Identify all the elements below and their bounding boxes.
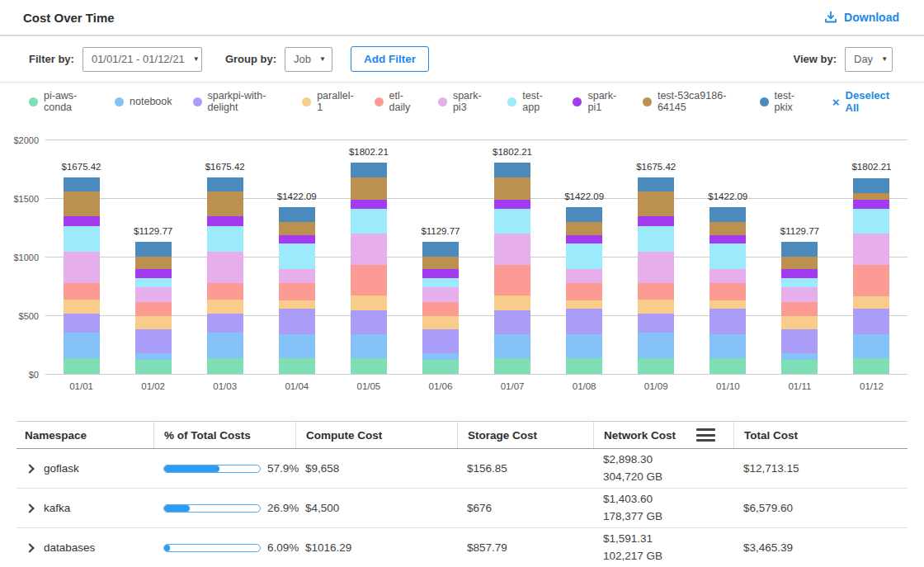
- bar-segment-test-pkix: [781, 242, 818, 257]
- bar-segment-sparkpi-with-delight: [710, 309, 746, 334]
- bar-segment-pi-aws-conda: [135, 360, 172, 374]
- total-cost-cell: $12,713.15: [733, 462, 908, 475]
- group-by-value: Job: [294, 53, 311, 65]
- stacked-bar-01/07: [494, 163, 530, 374]
- bar-segment-spark-pi1: [781, 269, 818, 278]
- filter-by-label: Filter by:: [29, 53, 74, 65]
- chevron-right-icon[interactable]: [25, 464, 34, 473]
- x-tick-label: 01/03: [213, 381, 237, 391]
- bar-segment-notebook: [422, 353, 459, 360]
- bar-segment-spark-pi1: [135, 269, 172, 278]
- legend-item-pi-aws-conda[interactable]: pi-aws-conda: [29, 90, 94, 113]
- cost-over-time-panel: Cost Over Time Download Filter by: 01/01…: [0, 0, 924, 567]
- total-cost-cell: $6,579.60: [733, 502, 908, 514]
- bar-total-label: $1129.77: [134, 226, 172, 236]
- legend-item-test-app[interactable]: test-app: [507, 90, 552, 113]
- legend-item-test-53ca9186-64145[interactable]: test-53ca9186-64145: [643, 90, 739, 113]
- bar-segment-spark-pi3: [64, 252, 100, 283]
- legend-label: parallel-1: [317, 90, 353, 113]
- bar-segment-etl-daily: [64, 283, 100, 300]
- chart-x-axis: 01/0101/0201/0301/0401/0501/0601/0701/08…: [45, 375, 908, 396]
- column-menu-icon[interactable]: [696, 428, 715, 442]
- bar-segment-notebook: [566, 334, 602, 358]
- bar-segment-test-app: [135, 278, 172, 287]
- x-tick-label: 01/12: [860, 381, 884, 391]
- legend-item-sparkpi-with-delight[interactable]: sparkpi-with-delight: [193, 90, 282, 113]
- chart-legend: pi-aws-conda notebook sparkpi-with-delig…: [0, 83, 924, 120]
- stacked-bar-01/10: [710, 207, 746, 374]
- bar-segment-test-pkix: [64, 177, 100, 191]
- bar-segment-spark-pi1: [279, 235, 315, 243]
- table-row-goflask[interactable]: goflask 57.9% $9,658 $156.85 $2,898.30 3…: [16, 449, 908, 489]
- legend-item-test-pkix[interactable]: test-pkix: [760, 90, 805, 113]
- x-tick-label: 01/05: [356, 381, 380, 391]
- bar-segment-test-app: [710, 243, 746, 269]
- bar-segment-sparkpi-with-delight: [64, 314, 100, 332]
- bar-segment-parallel-1: [494, 295, 530, 310]
- bar-total-label: $1129.77: [780, 226, 819, 236]
- bar-segment-test-53ca9186-64145: [422, 257, 459, 269]
- bar-segment-spark-pi3: [781, 287, 818, 302]
- bar-segment-test-app: [566, 243, 602, 269]
- bar-segment-pi-aws-conda: [494, 358, 530, 374]
- bar-segment-notebook: [781, 353, 818, 360]
- network-cost-value: $2,898.30: [603, 451, 724, 469]
- bar-segment-test-pkix: [710, 207, 746, 222]
- chevron-down-icon: ▼: [193, 55, 200, 63]
- date-range-dropdown[interactable]: 01/01/21 - 01/12/21 ▼: [82, 47, 202, 72]
- legend-label: spark-pi3: [453, 90, 487, 113]
- network-gb-value: 102,217 GB: [603, 548, 724, 565]
- legend-item-parallel-1[interactable]: parallel-1: [302, 90, 353, 113]
- column-header-compute: Compute Cost: [295, 422, 457, 448]
- bar-segment-notebook: [207, 333, 243, 358]
- bar-segment-parallel-1: [207, 300, 243, 314]
- table-row-kafka[interactable]: kafka 26.9% $4,500 $676 $1,403.60 178,37…: [16, 489, 908, 528]
- download-button[interactable]: Download: [824, 11, 899, 24]
- bar-segment-sparkpi-with-delight: [351, 310, 387, 334]
- bar-segment-test-app: [422, 278, 459, 287]
- legend-swatch: [573, 97, 582, 106]
- percent-cell: 57.9%: [153, 462, 295, 475]
- bar-segment-pi-aws-conda: [64, 358, 100, 374]
- namespace-label: databases: [44, 541, 95, 554]
- bar-segment-pi-aws-conda: [710, 358, 746, 374]
- percent-cell: 6.09%: [153, 541, 295, 554]
- stacked-bar-01/04: [279, 207, 315, 374]
- bar-segment-notebook: [853, 334, 889, 358]
- chevron-right-icon[interactable]: [25, 543, 34, 552]
- bar-segment-test-pkix: [494, 163, 530, 177]
- bar-segment-test-53ca9186-64145: [64, 191, 100, 215]
- legend-item-etl-daily[interactable]: etl-daily: [375, 90, 417, 113]
- group-by-dropdown[interactable]: Job ▼: [285, 47, 332, 72]
- legend-item-spark-pi3[interactable]: spark-pi3: [438, 90, 487, 113]
- legend-item-spark-pi1[interactable]: spark-pi1: [573, 90, 621, 113]
- bar-segment-etl-daily: [710, 283, 746, 300]
- bar-segment-notebook: [351, 334, 387, 358]
- x-tick-label: 01/09: [644, 381, 668, 391]
- bar-segment-test-53ca9186-64145: [351, 177, 387, 200]
- bar-segment-parallel-1: [135, 316, 172, 329]
- gridline: [45, 315, 908, 316]
- view-by-dropdown[interactable]: Day ▼: [845, 47, 893, 72]
- network-cost-cell: $2,898.30 304,720 GB: [593, 451, 733, 486]
- bar-segment-pi-aws-conda: [207, 358, 243, 374]
- deselect-all-button[interactable]: × Deselect All: [832, 89, 895, 114]
- legend-swatch: [375, 97, 384, 106]
- chevron-right-icon[interactable]: [25, 503, 34, 513]
- bar-total-label: $1802.21: [493, 147, 532, 157]
- column-header-total: Total Cost: [733, 422, 908, 448]
- legend-swatch: [29, 97, 38, 106]
- bar-segment-spark-pi1: [422, 269, 459, 278]
- legend-label: etl-daily: [389, 90, 417, 113]
- add-filter-button[interactable]: Add Filter: [351, 46, 429, 72]
- legend-item-notebook[interactable]: notebook: [115, 96, 172, 107]
- bar-segment-test-53ca9186-64145: [710, 222, 746, 234]
- bar-segment-notebook: [135, 353, 172, 360]
- progress-fill: [164, 465, 219, 472]
- percent-value: 6.09%: [267, 541, 299, 554]
- percent-cell: 26.9%: [153, 502, 295, 514]
- table-header-row: Namespace % of Total Costs Compute Cost …: [16, 421, 908, 449]
- network-cost-cell: $1,403.60 178,377 GB: [593, 491, 733, 526]
- table-row-databases[interactable]: databases 6.09% $1016.29 $857.79 $1,591.…: [16, 528, 908, 567]
- percent-progress-bar: [163, 465, 261, 473]
